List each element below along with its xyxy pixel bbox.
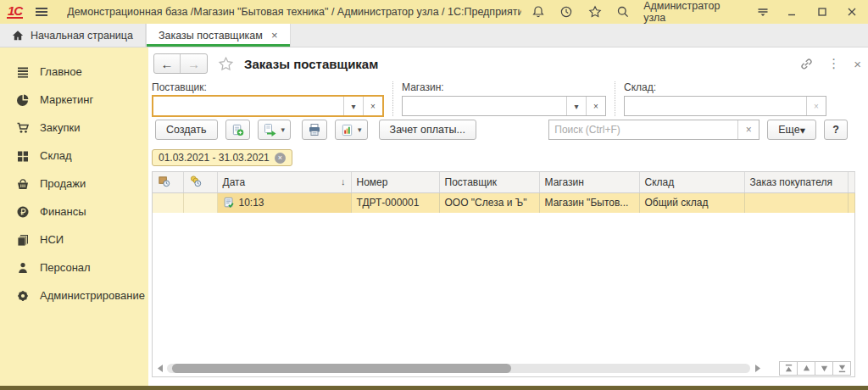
- sidebar-item-administration[interactable]: Администрирование: [0, 281, 148, 309]
- favorites-star-icon[interactable]: [587, 3, 604, 20]
- list-empty-area[interactable]: [153, 213, 854, 360]
- warehouse-filter-combo: ×: [624, 96, 826, 116]
- create-button[interactable]: Создать: [155, 120, 218, 140]
- grid-boxes-icon: [15, 148, 30, 163]
- print-button[interactable]: [302, 120, 327, 140]
- get-link-icon[interactable]: [799, 57, 814, 71]
- table-row[interactable]: 10:13 ТДРТ-000001 ООО "Слеза и Ъ" Магази…: [153, 192, 854, 213]
- warehouse-filter-label: Склад:: [624, 81, 826, 93]
- tab-home[interactable]: Начальная страница: [0, 24, 146, 47]
- warehouse-cell[interactable]: Общий склад: [639, 192, 744, 213]
- sidebar-item-warehouse[interactable]: Склад: [0, 142, 148, 170]
- store-cell[interactable]: Магазин "Бытов...: [539, 192, 639, 213]
- notifications-bell-icon[interactable]: [530, 3, 547, 20]
- column-header-customer-order[interactable]: Заказ покупателя: [744, 172, 848, 192]
- column-header-date[interactable]: Дата ↓: [217, 172, 351, 192]
- scroll-left-icon[interactable]: [156, 365, 164, 372]
- global-search-icon[interactable]: [615, 3, 632, 20]
- row-time: 10:13: [239, 197, 264, 209]
- sidebar-item-marketing[interactable]: Маркетинг: [0, 86, 148, 114]
- column-header-number[interactable]: Номер: [351, 172, 439, 192]
- search-clear-icon[interactable]: ×: [737, 120, 759, 139]
- sidebar-item-finance[interactable]: Финансы: [0, 198, 148, 226]
- back-button[interactable]: ←: [154, 54, 181, 73]
- window-bottom-strip: [0, 386, 868, 390]
- sidebar-item-sales[interactable]: Продажи: [0, 170, 148, 198]
- goods-status-column-header[interactable]: [153, 172, 183, 192]
- create-based-on-icon: [264, 123, 277, 136]
- sidebar-item-personnel[interactable]: Персонал: [0, 254, 148, 281]
- filter-panel: Поставщик: ▾ × Магазин: ▾ ×: [152, 81, 826, 116]
- dropdown-arrow-icon: ▾: [281, 125, 286, 134]
- reports-button[interactable]: ▾: [335, 120, 368, 140]
- tab-supplier-orders-label: Заказы поставщикам: [159, 30, 263, 42]
- previous-page-button[interactable]: [797, 361, 815, 376]
- offset-payment-button[interactable]: Зачет оплаты...: [379, 120, 476, 140]
- date-cell[interactable]: 10:13: [217, 192, 351, 213]
- sidebar-item-label: Маркетинг: [40, 93, 93, 106]
- scrollbar-track[interactable]: [167, 364, 750, 373]
- store-filter-combo: ▾ ×: [402, 96, 606, 116]
- sidebar-item-purchases[interactable]: Закупки: [0, 114, 148, 142]
- sidebar-item-main[interactable]: Главное: [0, 58, 148, 86]
- maximize-button[interactable]: [813, 3, 831, 20]
- column-header-stub: [848, 172, 854, 192]
- printer-icon: [308, 123, 321, 136]
- tab-supplier-orders[interactable]: Заказы поставщикам ×: [146, 24, 291, 47]
- history-icon[interactable]: [559, 3, 576, 20]
- column-label: Дата: [223, 176, 246, 188]
- period-filter-tag[interactable]: 01.03.2021 - 31.03.2021 ×: [152, 149, 292, 166]
- service-menu-icon[interactable]: [754, 3, 771, 20]
- store-dropdown-icon[interactable]: ▾: [566, 97, 586, 115]
- sidebar-item-label: Финансы: [40, 205, 86, 218]
- warehouse-filter-input[interactable]: [625, 97, 806, 115]
- store-filter-label: Магазин:: [402, 81, 606, 93]
- number-cell[interactable]: ТДРТ-000001: [351, 192, 439, 213]
- sidebar-item-nsi[interactable]: НСИ: [0, 226, 148, 254]
- scroll-right-icon[interactable]: [753, 365, 761, 372]
- scrollbar-thumb[interactable]: [172, 364, 511, 373]
- goods-clock-icon: [158, 175, 170, 187]
- supplier-filter-input[interactable]: [153, 97, 343, 115]
- supplier-clear-icon[interactable]: ×: [363, 97, 382, 115]
- create-based-on-button[interactable]: ▾: [258, 120, 292, 140]
- copy-document-button[interactable]: [225, 120, 250, 140]
- sidebar-item-label: Персонал: [40, 261, 91, 274]
- customer-order-cell[interactable]: [744, 192, 848, 213]
- list-navigation-buttons: [780, 361, 851, 376]
- minimize-button[interactable]: [783, 3, 801, 20]
- current-user-label[interactable]: Администратор узла: [643, 0, 743, 24]
- more-button-label: Еще: [778, 124, 799, 136]
- sidebar-item-label: Закупки: [40, 121, 80, 134]
- close-window-button[interactable]: [843, 3, 861, 20]
- column-header-supplier[interactable]: Поставщик: [439, 172, 539, 192]
- store-filter-input[interactable]: [403, 97, 566, 115]
- store-clear-icon[interactable]: ×: [586, 97, 605, 115]
- column-header-warehouse[interactable]: Склад: [639, 172, 744, 192]
- tab-close-icon[interactable]: ×: [271, 29, 278, 42]
- supplier-filter-label: Поставщик:: [152, 81, 384, 93]
- column-header-store[interactable]: Магазин: [539, 172, 639, 192]
- tab-home-label: Начальная страница: [31, 30, 133, 42]
- forward-button[interactable]: →: [181, 54, 207, 73]
- next-page-button[interactable]: [815, 361, 833, 376]
- more-button[interactable]: Еще ▾: [767, 120, 816, 140]
- help-button[interactable]: ?: [824, 120, 848, 140]
- close-form-icon[interactable]: ×: [854, 57, 861, 71]
- supplier-dropdown-icon[interactable]: ▾: [343, 97, 363, 115]
- main-menu-icon[interactable]: [31, 4, 52, 20]
- application-window: 1С Демонстрационная база /Магазин "Бытов…: [0, 0, 868, 390]
- page-title: Заказы поставщикам: [244, 57, 378, 71]
- go-to-first-button[interactable]: [779, 361, 798, 376]
- add-to-favorites-star-icon[interactable]: [218, 56, 234, 72]
- payment-status-column-header[interactable]: [183, 172, 217, 192]
- warehouse-clear-icon[interactable]: ×: [806, 97, 826, 115]
- supplier-cell[interactable]: ООО "Слеза и Ъ": [439, 192, 539, 213]
- remove-period-filter-icon[interactable]: ×: [275, 153, 286, 164]
- search-input[interactable]: [549, 120, 737, 139]
- supplier-filter-combo: ▾ ×: [152, 95, 384, 117]
- go-to-last-button[interactable]: [832, 361, 851, 376]
- kebab-menu-icon[interactable]: ⋮: [827, 56, 840, 71]
- section-sidebar: Главное Маркетинг Закупки Склад Продажи …: [0, 47, 148, 386]
- period-filter-label: 01.03.2021 - 31.03.2021: [159, 152, 270, 164]
